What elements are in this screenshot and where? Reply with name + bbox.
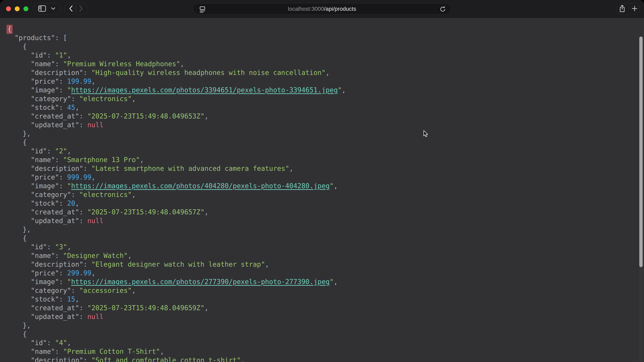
json-token: :	[47, 243, 55, 251]
json-token: ,	[132, 287, 136, 294]
json-token	[6, 165, 31, 172]
json-string: "2025-07-23T15:49:48.049653Z"	[88, 112, 204, 120]
json-token: ,	[67, 51, 71, 59]
json-token: :	[47, 339, 55, 347]
json-string: "2025-07-23T15:49:48.049659Z"	[88, 304, 204, 312]
json-token: ,	[204, 208, 208, 216]
json-key: "created_at"	[31, 112, 79, 120]
json-token: {	[6, 42, 27, 50]
scrollbar-thumb[interactable]	[639, 36, 643, 267]
json-string: "Smartphone 13 Pro"	[63, 156, 140, 164]
image-url-link[interactable]: https://images.pexels.com/photos/3394651…	[71, 86, 338, 94]
share-icon[interactable]	[619, 5, 626, 13]
json-key: "products"	[14, 34, 55, 41]
json-token: :	[79, 208, 87, 216]
json-token: :	[83, 356, 92, 362]
back-icon[interactable]	[69, 5, 73, 12]
json-token: },	[6, 130, 31, 137]
close-button[interactable]	[6, 6, 11, 11]
json-key: "category"	[31, 287, 71, 294]
json-token: :	[79, 121, 87, 129]
json-token: ,	[75, 295, 79, 303]
json-token: ,	[204, 304, 208, 312]
json-string: "accessories"	[79, 287, 132, 294]
open-brace-highlight: {	[6, 25, 12, 34]
json-token	[6, 86, 31, 94]
address-path: /api/products	[324, 6, 356, 12]
minimize-button[interactable]	[15, 6, 20, 11]
json-token	[6, 217, 31, 225]
mouse-cursor	[423, 130, 428, 138]
json-token: :	[59, 182, 67, 190]
json-token: ,	[180, 60, 184, 68]
json-token: :	[59, 86, 67, 94]
json-key: "description"	[31, 165, 83, 172]
json-key: "id"	[31, 147, 47, 155]
json-token: ,	[140, 156, 144, 164]
json-string: "4"	[55, 339, 67, 347]
new-tab-icon[interactable]	[632, 5, 638, 12]
json-token: ,	[92, 269, 96, 277]
content-area: { "products": [ { "id": "1", "name": "Pr…	[0, 18, 644, 362]
address-bar[interactable]: localhost:3000/api/products	[193, 3, 451, 14]
json-key: "category"	[31, 95, 71, 103]
json-token	[6, 339, 31, 347]
json-string: "electronics"	[79, 95, 132, 103]
image-url-link[interactable]: https://images.pexels.com/photos/277390/…	[71, 278, 330, 286]
json-number: 45	[67, 104, 75, 111]
json-token: ,	[160, 348, 164, 355]
json-token	[6, 269, 31, 277]
json-string: "electronics"	[79, 191, 132, 198]
json-token: "	[330, 182, 334, 190]
json-key: "created_at"	[31, 304, 79, 312]
zoom-button[interactable]	[24, 6, 28, 11]
json-token	[6, 95, 31, 103]
json-token: "	[67, 86, 71, 94]
json-token: :	[83, 260, 92, 268]
sidebar-icon[interactable]	[38, 5, 46, 12]
json-token	[6, 182, 31, 190]
json-token: ,	[334, 182, 338, 190]
json-token: ,	[67, 243, 71, 251]
json-token	[6, 348, 31, 355]
json-token	[6, 34, 14, 41]
json-token	[6, 313, 31, 321]
json-key: "category"	[31, 191, 71, 198]
json-token: :	[59, 295, 67, 303]
traffic-lights	[6, 6, 28, 11]
json-token	[6, 252, 31, 259]
forward-icon[interactable]	[79, 5, 83, 12]
json-token: },	[6, 226, 31, 233]
json-token: : [	[55, 34, 67, 41]
json-token: :	[83, 165, 92, 172]
json-token: ,	[289, 165, 293, 172]
json-string: "Designer Watch"	[63, 252, 128, 259]
address-url[interactable]: localhost:3000/api/products	[193, 3, 451, 14]
json-token: :	[47, 51, 55, 59]
json-token: ,	[265, 260, 269, 268]
json-token	[6, 147, 31, 155]
json-string: "Latest smartphone with advanced camera …	[92, 165, 289, 172]
json-token: :	[59, 278, 67, 286]
json-key: "name"	[31, 348, 55, 355]
json-token: ,	[92, 77, 96, 85]
nav-buttons	[64, 3, 88, 14]
json-token	[6, 191, 31, 198]
json-token: ,	[132, 95, 136, 103]
json-token	[6, 77, 31, 85]
json-token: ,	[334, 278, 338, 286]
json-token: "	[330, 278, 334, 286]
reload-icon[interactable]	[439, 5, 446, 13]
json-number: 15	[67, 295, 75, 303]
json-key: "stock"	[31, 104, 59, 111]
json-token: ,	[132, 191, 136, 198]
json-key: "price"	[31, 173, 59, 181]
json-string: "1"	[55, 51, 67, 59]
chevron-down-icon[interactable]	[51, 7, 55, 10]
json-body: { "products": [ { "id": "1", "name": "Pr…	[0, 18, 644, 362]
json-string: "3"	[55, 243, 67, 251]
image-url-link[interactable]: https://images.pexels.com/photos/404280/…	[71, 182, 330, 190]
json-token: :	[83, 69, 92, 76]
json-token	[6, 121, 31, 129]
json-token: :	[59, 173, 67, 181]
